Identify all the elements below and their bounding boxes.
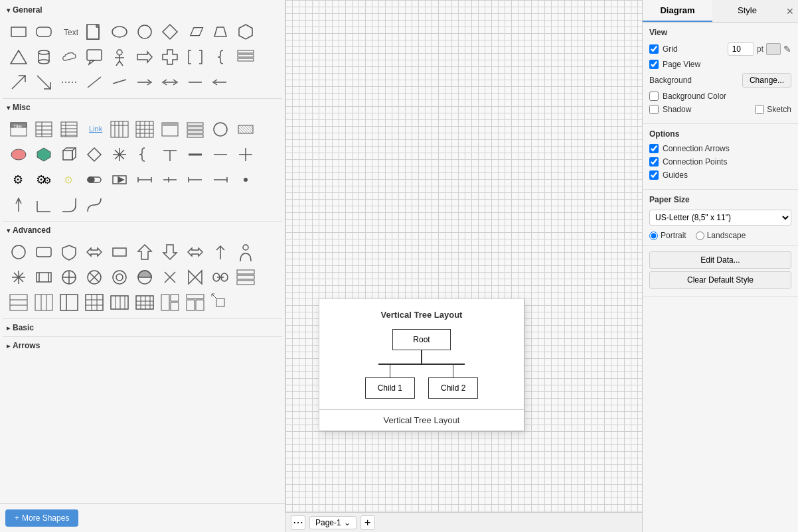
shape-circle[interactable] [133,20,157,44]
adv-shield[interactable] [57,240,81,264]
page-view-checkbox[interactable] [649,60,659,69]
misc-hatched[interactable] [7,143,31,166]
adv-x[interactable] [158,265,182,289]
connection-arrows-checkbox[interactable] [649,144,659,153]
adv-ring[interactable] [108,265,131,289]
guides-checkbox[interactable] [649,170,659,180]
shape-bracket[interactable] [183,45,207,69]
adv-arrow-up2[interactable] [133,240,157,264]
misc-table4[interactable] [133,117,157,141]
clear-default-style-button[interactable]: Clear Default Style [649,271,791,289]
tab-diagram[interactable]: Diagram [643,0,712,22]
section-header-general[interactable]: General [3,3,282,17]
shape-angled-line2[interactable] [108,70,131,94]
misc-3d-box[interactable] [57,143,81,166]
shape-arrow-diag1[interactable] [7,70,31,94]
adv-swim-h[interactable] [7,291,31,314]
shape-callout[interactable] [82,45,106,69]
adv-cross-circle[interactable] [82,265,106,289]
shape-arrow-diag2[interactable] [32,70,56,94]
misc-gear2[interactable]: ⚙⚙ [32,168,56,192]
adv-grid2[interactable] [82,291,106,314]
adv-arrow-down[interactable] [158,240,182,264]
misc-corner[interactable] [32,193,56,217]
shape-double-arrow[interactable] [208,70,232,94]
shape-note[interactable] [82,20,106,44]
change-button[interactable]: Change... [742,73,791,88]
shape-arrow-right[interactable] [133,45,157,69]
misc-table2[interactable] [57,117,81,141]
shape-actor[interactable] [108,45,131,69]
shape-dots-line[interactable] [57,70,81,94]
page-tab-1[interactable]: Page-1 ⌄ [309,516,357,529]
shape-list-item[interactable] [234,45,258,69]
misc-dot[interactable] [234,168,258,192]
misc-gear3[interactable]: ⚙ [57,168,81,192]
misc-table3[interactable] [108,117,131,141]
adv-process[interactable] [32,265,56,289]
background-color-checkbox[interactable] [649,92,659,101]
landscape-radio[interactable] [696,232,704,240]
misc-green-shape[interactable] [32,143,56,166]
adv-person[interactable] [234,240,258,264]
adv-expand[interactable] [208,291,232,314]
adv-cross3[interactable] [7,265,31,289]
adv-link2[interactable] [208,265,232,289]
section-header-arrows[interactable]: Arrows [3,338,282,353]
misc-toggle[interactable] [82,168,106,192]
shape-ellipse[interactable] [108,20,131,44]
section-header-advanced[interactable]: Advanced [3,223,282,237]
shape-cross[interactable] [158,45,182,69]
paper-size-select[interactable]: US-Letter (8,5" x 11") [649,210,791,226]
grid-checkbox[interactable] [649,44,659,54]
adv-list-item2[interactable] [234,265,258,289]
adv-vert-lines[interactable] [57,291,81,314]
misc-table1[interactable] [32,117,56,141]
misc-play[interactable] [108,168,131,192]
adv-arrow-h[interactable] [183,240,207,264]
grid-size-input[interactable] [728,42,754,56]
misc-line-h2[interactable] [158,168,182,192]
misc-thin-line[interactable] [208,143,232,166]
adv-circle[interactable] [7,240,31,264]
connection-points-checkbox[interactable] [649,157,659,166]
shape-parallelogram[interactable] [183,20,207,44]
misc-curly-brace[interactable] [133,143,157,166]
misc-t-shape[interactable] [158,143,182,166]
misc-arrow-set[interactable] [108,143,131,166]
more-shapes-button[interactable]: + More Shapes [5,509,78,527]
tab-style[interactable]: Style [712,0,782,22]
adv-half-circle[interactable] [133,265,157,289]
shadow-checkbox[interactable] [649,105,659,114]
shape-cylinder[interactable] [32,45,56,69]
section-header-basic[interactable]: Basic [3,320,282,335]
page-add-button[interactable]: + [360,515,375,530]
misc-gear1[interactable]: ⚙ [7,168,31,192]
adv-layout[interactable] [158,291,182,314]
adv-arrow-up3[interactable] [208,240,232,264]
misc-hlines[interactable] [183,117,207,141]
shape-bidirectional[interactable] [158,70,182,94]
shape-angled-line[interactable] [82,70,106,94]
adv-grid3[interactable] [133,291,157,314]
misc-s-curve[interactable] [82,193,106,217]
adv-swim-v[interactable] [32,291,56,314]
grid-edit-icon[interactable]: ✎ [783,44,791,54]
shape-cloud[interactable] [57,45,81,69]
close-button[interactable]: ✕ [782,0,798,22]
edit-data-button[interactable]: Edit Data... [649,251,791,269]
adv-layout2[interactable] [183,291,207,314]
section-header-misc[interactable]: Misc [3,100,282,115]
shape-arrow-line[interactable] [133,70,157,94]
sketch-checkbox[interactable] [755,105,764,114]
portrait-radio[interactable] [649,232,658,240]
misc-cross2[interactable] [234,143,258,166]
page-bar-dots[interactable]: ⋯ [291,515,305,530]
misc-line-h1[interactable] [133,168,157,192]
shape-brace[interactable] [208,45,232,69]
adv-circle2[interactable] [57,265,81,289]
adv-hatch2[interactable] [108,291,131,314]
misc-line1[interactable] [183,143,207,166]
misc-stripe[interactable] [234,117,258,141]
grid-color-box[interactable] [766,43,781,55]
